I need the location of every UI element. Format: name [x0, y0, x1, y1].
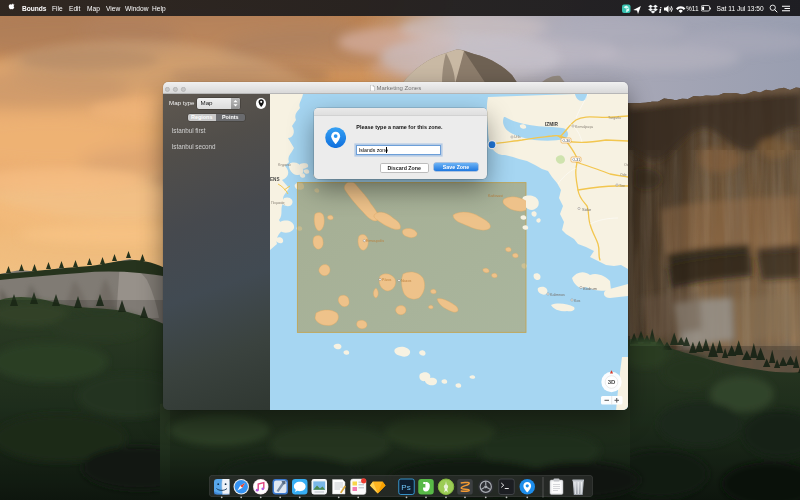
svg-text:Öde: Öde	[620, 173, 627, 177]
svg-text:Urla: Urla	[514, 135, 521, 139]
svg-text:O-30: O-30	[563, 139, 571, 143]
svg-text:Ps: Ps	[401, 483, 410, 492]
svg-text:Naxos: Naxos	[401, 279, 411, 283]
svg-text:IZMIR: IZMIR	[545, 122, 559, 127]
svg-text:Πειραιάς: Πειραιάς	[271, 201, 285, 205]
svg-text:Kalimnos: Kalimnos	[550, 293, 565, 297]
svg-text:Ermoupolis: Ermoupolis	[366, 239, 384, 243]
svg-text:3D: 3D	[608, 379, 616, 385]
svg-text:Karlovasi: Karlovasi	[488, 194, 503, 198]
svg-text:Kos: Kos	[574, 299, 580, 303]
svg-text:ENS: ENS	[270, 177, 279, 182]
svg-text:Oa: Oa	[624, 163, 628, 167]
svg-text:Turgutlu: Turgutlu	[608, 116, 621, 120]
svg-text:Söke: Söke	[582, 207, 592, 212]
svg-text:Kemalpaşa: Kemalpaşa	[575, 125, 593, 129]
svg-text:O-31: O-31	[573, 158, 581, 162]
svg-text:Páros: Páros	[382, 278, 392, 282]
svg-text:Bodrum: Bodrum	[583, 286, 598, 291]
svg-text:Tire: Tire	[619, 184, 625, 188]
svg-text:Κηφισιά: Κηφισιά	[278, 163, 291, 167]
svg-text:i: i	[659, 4, 662, 14]
